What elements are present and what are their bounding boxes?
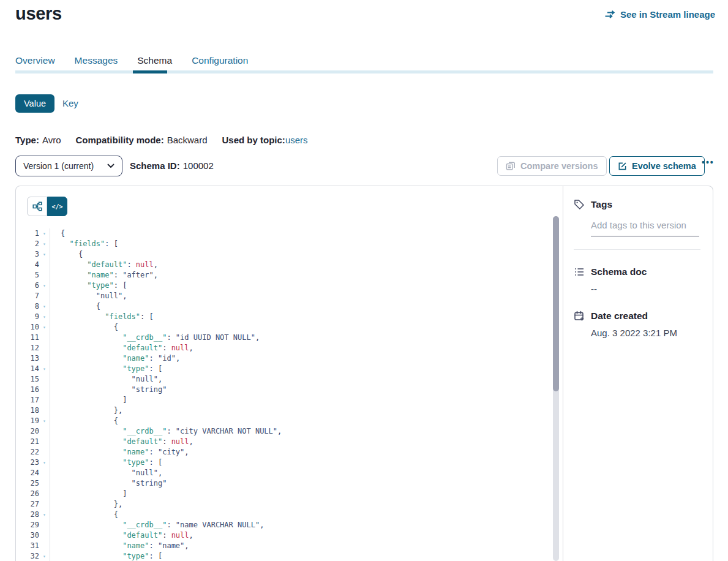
line-number: 2 (16, 239, 39, 249)
line-number: 11 (16, 333, 39, 343)
line-number: 7 (16, 291, 39, 301)
tags-heading-label: Tags (591, 199, 612, 210)
line-number: 4 (16, 260, 39, 270)
schema-doc-heading-label: Schema doc (591, 266, 647, 277)
code-text: }, (50, 405, 122, 416)
tab-overview[interactable]: Overview (15, 55, 55, 66)
calendar-plus-icon (574, 311, 585, 322)
fold-caret-icon[interactable]: ▾ (39, 312, 50, 322)
code-text: "__crdb__": "city VARCHAR NOT NULL", (50, 426, 282, 437)
code-text: "type": [ (50, 551, 162, 561)
fold-caret-icon[interactable]: ▾ (39, 228, 50, 239)
tree-view-icon (32, 201, 42, 211)
fold-caret-empty (39, 260, 50, 270)
schema-id-value: 100002 (183, 160, 214, 171)
code-line: 6▾ "type": [ (16, 280, 548, 291)
tab-messages[interactable]: Messages (75, 55, 118, 66)
line-number: 23 (16, 457, 39, 468)
code-text: "string" (50, 385, 167, 395)
fold-caret-icon[interactable]: ▾ (39, 457, 50, 468)
code-text: "__crdb__": "name VARCHAR NULL", (50, 520, 264, 530)
code-line: 2▾ "fields": [ (16, 239, 548, 249)
code-line: 27 }, (16, 499, 548, 510)
fold-caret-empty (39, 489, 50, 499)
fold-caret-empty (39, 405, 50, 416)
code-line: 11 "__crdb__": "id UUID NOT NULL", (16, 333, 548, 343)
code-line: 15 "null", (16, 374, 548, 385)
code-line: 21 "default": null, (16, 437, 548, 447)
code-text: "name": "city", (50, 447, 189, 457)
fold-caret-icon[interactable]: ▾ (39, 280, 50, 291)
schema-id: Schema ID:100002 (130, 160, 214, 171)
line-number: 24 (16, 468, 39, 478)
view-toggle: </> (27, 197, 67, 216)
code-text: { (50, 510, 118, 520)
line-number: 30 (16, 530, 39, 541)
tag-icon (574, 199, 585, 210)
fold-caret-empty (39, 270, 50, 280)
code-line: 14▾ "type": [ (16, 364, 548, 374)
code-line: 9▾ "fields": [ (16, 312, 548, 322)
code-scrollbar-track[interactable] (553, 216, 559, 561)
tree-view-button[interactable] (27, 197, 47, 216)
line-number: 1 (16, 228, 39, 239)
fold-caret-empty (39, 499, 50, 510)
code-text: { (50, 249, 83, 260)
line-number: 17 (16, 395, 39, 405)
code-text: "null", (50, 468, 162, 478)
value-toggle-button[interactable]: Value (15, 94, 54, 113)
code-line: 5 "name": "after", (16, 270, 548, 280)
compatibility-mode-value: Backward (167, 135, 208, 145)
fold-caret-empty (39, 343, 50, 353)
schema-doc-heading: Schema doc (574, 266, 700, 277)
tab-schema[interactable]: Schema (137, 55, 172, 66)
used-by-topic: Used by topic:users (222, 135, 308, 145)
more-options-button[interactable]: ••• (702, 157, 715, 167)
code-text: ] (50, 489, 127, 499)
fold-caret-icon[interactable]: ▾ (39, 364, 50, 374)
line-number: 5 (16, 270, 39, 280)
code-line: 1▾{ (16, 228, 548, 239)
code-text: "null", (50, 291, 127, 301)
code-line: 3▾ { (16, 249, 548, 260)
code-line: 29 "__crdb__": "name VARCHAR NULL", (16, 520, 548, 530)
line-number: 26 (16, 489, 39, 499)
fold-caret-icon[interactable]: ▾ (39, 239, 50, 249)
version-select[interactable]: Version 1 (current) (15, 156, 122, 176)
line-number: 15 (16, 374, 39, 385)
compare-versions-button[interactable]: Compare versions (497, 156, 607, 176)
code-text: "name": "after", (50, 270, 158, 280)
stream-lineage-link[interactable]: See in Stream lineage (605, 9, 715, 20)
compatibility-mode: Compatibility mode:Backward (75, 135, 207, 145)
stream-lineage-icon (605, 10, 616, 18)
add-tags-input[interactable] (591, 219, 699, 236)
evolve-schema-button[interactable]: Evolve schema (609, 156, 705, 176)
line-number: 27 (16, 499, 39, 510)
code-line: 18 }, (16, 405, 548, 416)
fold-caret-empty (39, 353, 50, 364)
code-line: 17 ] (16, 395, 548, 405)
key-toggle-button[interactable]: Key (62, 98, 78, 108)
date-created-section: Date created Aug. 3 2022 3:21 PM (574, 311, 700, 338)
schema-type-label: Type: (15, 135, 39, 145)
line-number: 25 (16, 478, 39, 489)
schema-doc-value: -- (591, 284, 700, 294)
list-icon (574, 266, 585, 277)
topic-link[interactable]: users (285, 135, 308, 145)
code-view-button[interactable]: </> (47, 197, 67, 216)
code-text: "default": null, (50, 530, 193, 541)
fold-caret-icon[interactable]: ▾ (39, 510, 50, 520)
fold-caret-icon[interactable]: ▾ (39, 301, 50, 312)
fold-caret-icon[interactable]: ▾ (39, 551, 50, 561)
code-text: "fields": [ (50, 239, 118, 249)
code-text: { (50, 322, 118, 333)
fold-caret-icon[interactable]: ▾ (39, 416, 50, 426)
fold-caret-icon[interactable]: ▾ (39, 322, 50, 333)
fold-caret-empty (39, 478, 50, 489)
code-scrollbar-thumb[interactable] (553, 216, 559, 391)
tab-configuration[interactable]: Configuration (192, 55, 248, 66)
code-line: 22 "name": "city", (16, 447, 548, 457)
code-text: "__crdb__": "id UUID NOT NULL", (50, 333, 260, 343)
code-line: 23▾ "type": [ (16, 457, 548, 468)
fold-caret-icon[interactable]: ▾ (39, 249, 50, 260)
